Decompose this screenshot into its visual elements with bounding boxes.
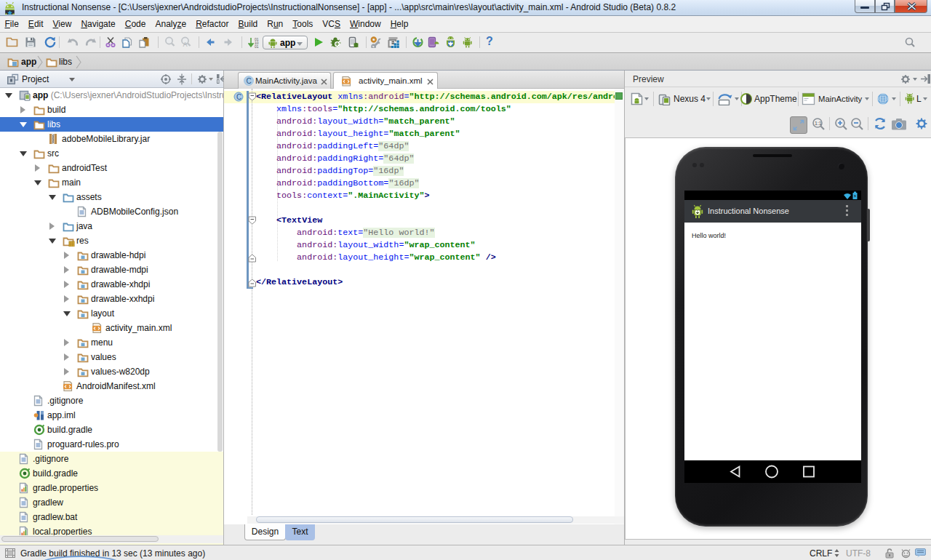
svg-text:A: A: [183, 41, 188, 47]
svg-text:1:1: 1:1: [815, 121, 822, 126]
svg-text:C: C: [236, 93, 241, 101]
svg-text:C: C: [247, 77, 252, 85]
svg-text:01: 01: [255, 44, 259, 49]
